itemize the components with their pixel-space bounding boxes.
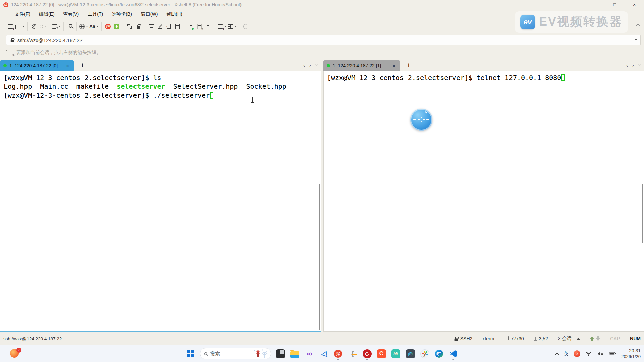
ssh-lock-icon — [454, 338, 458, 341]
tile-layout-button[interactable] — [227, 21, 237, 32]
taskbar-app-leetcode[interactable]: ❴ — [347, 347, 358, 360]
xshell-launch-button[interactable] — [104, 21, 112, 32]
ev-watermark: ev EV视频转换器 — [515, 11, 628, 33]
num-lock-indicator: NUM — [630, 336, 641, 341]
font-button[interactable]: Aa — [89, 21, 99, 32]
new-tab-plus-button[interactable]: + — [405, 62, 413, 69]
taskbar-app-vscode[interactable] — [448, 347, 459, 360]
xshell-window: 124.220.4.187:22 [0] - wzx@VM-12-3-cento… — [0, 0, 644, 345]
lock-screen-button[interactable] — [134, 21, 143, 32]
tab-scroll-right-icon[interactable]: › — [309, 62, 311, 68]
toolbar-drag-handle — [3, 37, 3, 43]
tab-list-chevron-icon[interactable] — [315, 63, 318, 66]
tab-scroll-left-icon[interactable]: ‹ — [626, 62, 628, 68]
taskbar-app-visual-studio[interactable]: ∞ — [304, 347, 314, 360]
session-tab-inactive[interactable]: 1 124.220.4.187:22 [1] × — [323, 60, 400, 71]
new-tab-plus-button[interactable]: + — [78, 62, 86, 69]
find-button[interactable] — [66, 21, 74, 32]
maximize-button[interactable]: □ — [605, 0, 625, 9]
taskbar-app-snipping[interactable] — [275, 347, 285, 360]
compose-panel-button[interactable] — [204, 21, 213, 32]
tab-close-icon[interactable]: × — [392, 63, 396, 69]
ime-indicator[interactable]: 英 — [564, 351, 569, 357]
taskbar-app-blue-tool[interactable]: ◁ — [319, 347, 329, 360]
menu-item-view[interactable]: 查看(V) — [63, 11, 79, 17]
tray-expand-chevron-icon[interactable] — [555, 352, 559, 356]
menu-item-file[interactable]: 文件(F) — [15, 11, 30, 17]
logon-script-button[interactable] — [165, 21, 173, 32]
terminal-screen-right[interactable]: [wzx@VM-12-3-centos 2.selectserver]$ tel… — [323, 71, 644, 332]
taskbar-app-file-explorer[interactable] — [290, 347, 300, 360]
ev-recorder-floating-ball[interactable] — [410, 109, 432, 131]
address-input[interactable] — [17, 37, 636, 43]
windows-logo-icon — [187, 350, 194, 357]
taskbar-app-csdn[interactable]: C — [376, 347, 386, 360]
scrollbar-thumb[interactable] — [642, 184, 643, 243]
terminal-screen-left[interactable]: [wzx@VM-12-3-centos 2.selectserver]$ lsL… — [0, 71, 321, 332]
compose-run-button[interactable]: ▶ — [186, 21, 195, 32]
menu-item-tools[interactable]: 工具(T) — [88, 11, 103, 17]
menu-item-help[interactable]: 帮助(H) — [166, 11, 182, 17]
keyboard-icon — [149, 24, 154, 28]
fullscreen-button[interactable] — [125, 21, 134, 32]
open-session-button[interactable] — [15, 21, 25, 32]
highlight-button[interactable] — [156, 21, 165, 32]
taskbar-widget-button[interactable]: 7 — [10, 349, 19, 358]
tab-list-chevron-icon[interactable] — [638, 63, 641, 66]
volume-muted-icon[interactable] — [597, 351, 604, 356]
notification-badge: 7 — [16, 348, 21, 353]
log-button[interactable] — [173, 21, 182, 32]
compose-pause-button[interactable]: ■ — [195, 21, 204, 32]
taskbar-app-swirl[interactable]: @ — [405, 347, 415, 360]
wifi-icon[interactable] — [585, 351, 592, 356]
upload-arrow-icon[interactable] — [590, 336, 594, 341]
scrollbar-thumb[interactable] — [319, 184, 320, 330]
status-bar: ssh://wzx@124.220.4.187:22 SSH2 xterm 77… — [0, 332, 644, 345]
new-tab-button[interactable] — [217, 21, 227, 32]
minimize-button[interactable]: – — [586, 0, 605, 9]
taskbar-app-gitee[interactable]: G — [362, 347, 372, 360]
duplicate-session-button[interactable] — [51, 21, 61, 32]
taskbar-app-bit[interactable]: bit — [391, 347, 401, 360]
menu-item-edit[interactable]: 编辑(E) — [39, 11, 55, 17]
feedback-button[interactable] — [241, 21, 250, 32]
xftp-launch-button[interactable] — [112, 21, 121, 32]
session-tab-active[interactable]: 1 124.220.4.187:22 [0] × — [0, 60, 74, 71]
address-dropdown-caret-icon[interactable] — [635, 39, 637, 41]
tray-app-icon-red[interactable]: ♪ — [574, 350, 580, 357]
address-bar[interactable] — [6, 35, 641, 45]
duplicate-session-icon — [52, 24, 57, 29]
taskbar-clock[interactable]: 20:31 2026/1/20 — [621, 348, 641, 359]
new-session-button[interactable] — [6, 21, 15, 32]
taskbar-app-edge[interactable] — [434, 347, 444, 360]
status-protocol: SSH2 — [460, 336, 473, 341]
taskbar-search-box[interactable]: 搜索 — [200, 348, 271, 359]
download-arrow-icon[interactable] — [596, 336, 600, 341]
tab-scroll-left-icon[interactable]: ‹ — [303, 62, 305, 68]
gitee-icon: G — [363, 349, 372, 358]
taskbar-app-paint[interactable] — [420, 347, 430, 360]
toolbar-collapse-chevron-icon[interactable] — [636, 23, 640, 27]
start-button[interactable] — [185, 347, 196, 360]
encoding-button[interactable] — [79, 21, 89, 32]
virtual-keyboard-button[interactable] — [147, 21, 156, 32]
toolbar-drag-handle — [3, 50, 3, 56]
disconnect-button[interactable] — [30, 21, 38, 32]
tab-close-icon[interactable]: × — [65, 63, 70, 69]
battery-icon[interactable] — [609, 351, 616, 356]
terminal-pane-left: 1 124.220.4.187:22 [0] × + ‹ › [wzx@VM-1… — [0, 59, 321, 332]
ev-watermark-text: EV视频转换器 — [539, 14, 623, 30]
running-indicator — [452, 359, 454, 360]
close-button[interactable]: × — [625, 0, 644, 9]
layout-grid-icon — [228, 24, 233, 29]
taskbar-app-xshell[interactable] — [333, 347, 343, 360]
menu-item-tabs[interactable]: 选项卡(B) — [112, 11, 132, 17]
menu-item-window[interactable]: 窗口(W) — [141, 11, 158, 17]
vscode-icon — [449, 350, 458, 358]
cursor-position-icon — [535, 337, 536, 341]
reconnect-button[interactable] — [38, 21, 47, 32]
terminal-line: [wzx@VM-12-3-centos 2.selectserver]$ ./s… — [4, 91, 316, 100]
tab-scroll-right-icon[interactable]: › — [632, 62, 634, 68]
terminal-cursor — [561, 74, 565, 81]
status-session-count-button[interactable]: 2 会话 — [558, 336, 580, 342]
